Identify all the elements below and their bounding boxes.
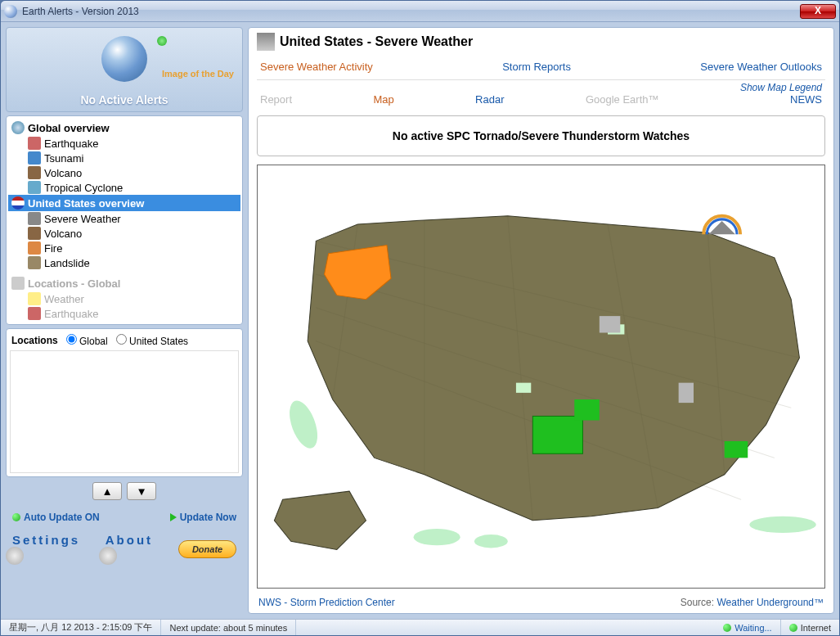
tab-severe-activity[interactable]: Severe Weather Activity (260, 61, 373, 73)
globe-icon (11, 121, 25, 134)
play-icon (170, 513, 177, 521)
titlebar[interactable]: Earth Alerts - Version 2013 X (1, 1, 839, 22)
sidebar: Image of the Day No Active Alerts Global… (6, 27, 243, 614)
location-icon (11, 277, 25, 290)
gear-icon (6, 547, 24, 565)
info-icon (99, 547, 117, 565)
nav-label: Locations - Global (28, 277, 120, 290)
svg-rect-1 (532, 416, 582, 453)
status-waiting: Waiting... (715, 620, 780, 635)
nav-us-volcano[interactable]: Volcano (8, 226, 240, 241)
source-label: Source: (681, 597, 717, 608)
nav-tropical-cyclone[interactable]: Tropical Cyclone (8, 180, 240, 195)
sidebar-footer: Auto Update ON Update Now Settings About… (6, 505, 243, 575)
nav-label: Global overview (28, 122, 110, 134)
fire-icon (28, 241, 41, 255)
nav-volcano[interactable]: Volcano (8, 165, 240, 180)
nav-us-overview[interactable]: United States overview (8, 195, 240, 211)
svg-point-11 (749, 516, 816, 533)
status-datetime: 星期一, 八月 12 2013 - 2:15:09 下午 (1, 620, 161, 635)
nav-fire[interactable]: Fire (8, 241, 240, 255)
tab-radar[interactable]: Radar (475, 93, 504, 106)
status-dot-icon (723, 624, 731, 632)
show-map-legend-link[interactable]: Show Map Legend (740, 82, 822, 93)
main-panel: United States - Severe Weather Severe We… (248, 27, 834, 614)
nav-earthquake[interactable]: Earthquake (8, 136, 240, 151)
nav-buttons: ▲ ▼ (6, 480, 243, 502)
volcano-icon (28, 166, 41, 179)
content-area: Image of the Day No Active Alerts Global… (1, 22, 839, 619)
status-dot-icon (789, 624, 797, 632)
page-title: United States - Severe Weather (280, 34, 473, 49)
window-title: Earth Alerts - Version 2013 (22, 6, 800, 17)
nav-landslide[interactable]: Landslide (8, 255, 240, 270)
nav-loc-earthquake[interactable]: Earthquake (8, 306, 240, 321)
svg-rect-3 (725, 441, 748, 458)
tab-storm-reports[interactable]: Storm Reports (502, 61, 571, 73)
tab-outlooks[interactable]: Severe Weather Outlooks (700, 61, 822, 73)
locations-panel: Locations Global United States (6, 328, 243, 477)
up-button[interactable]: ▲ (92, 482, 122, 500)
nws-spc-link[interactable]: NWS - Storm Prediction Center (258, 597, 395, 608)
tab-map[interactable]: Map (373, 93, 393, 106)
image-of-day-link[interactable]: Image of the Day (162, 69, 234, 79)
earthquake-icon (28, 307, 41, 320)
statusbar: 星期一, 八月 12 2013 - 2:15:09 下午 Next update… (1, 619, 839, 635)
radio-global[interactable]: Global (66, 334, 108, 347)
severe-weather-icon (28, 212, 41, 225)
locations-header: Locations Global United States (10, 332, 239, 350)
app-icon (4, 5, 17, 18)
earthquake-icon (28, 137, 41, 150)
tab-report: Report (260, 93, 292, 106)
nav-tsunami[interactable]: Tsunami (8, 151, 240, 165)
locations-label: Locations (11, 335, 58, 346)
radio-us[interactable]: United States (116, 334, 188, 347)
map-svg (258, 165, 824, 588)
title-thumb-icon (257, 33, 275, 51)
update-now-button[interactable]: Update Now (170, 512, 236, 523)
auto-update-toggle[interactable]: Auto Update ON (12, 512, 100, 523)
settings-link[interactable]: Settings (12, 533, 91, 565)
tsunami-icon (28, 151, 41, 165)
us-map[interactable] (257, 165, 825, 589)
globe-icon[interactable] (101, 36, 147, 82)
main-footer: NWS - Storm Prediction Center Source: We… (257, 592, 825, 608)
secondary-tabs: Report Map Radar Google Earth™ Show Map … (257, 79, 825, 109)
primary-tabs: Severe Weather Activity Storm Reports Se… (257, 54, 825, 76)
tab-google-earth: Google Earth™ (586, 93, 659, 106)
weather-icon (28, 292, 41, 305)
svg-rect-5 (516, 383, 531, 393)
nav-loc-weather[interactable]: Weather (8, 291, 240, 306)
volcano-icon (28, 227, 41, 240)
sidebar-header: Image of the Day No Active Alerts (6, 27, 243, 112)
us-flag-icon (11, 196, 25, 210)
close-button[interactable]: X (800, 4, 836, 19)
locations-list[interactable] (10, 350, 239, 473)
watch-status: No active SPC Tornado/Severe Thunderstor… (257, 115, 825, 156)
status-internet: Internet (781, 620, 839, 635)
status-dot-icon (12, 513, 20, 521)
source-link[interactable]: Weather Underground™ (716, 597, 824, 608)
svg-point-9 (474, 535, 508, 548)
about-link[interactable]: About (106, 533, 164, 565)
nav-global-overview[interactable]: Global overview (8, 120, 240, 136)
down-button[interactable]: ▼ (127, 482, 156, 500)
nav-locations-global[interactable]: Locations - Global (8, 275, 240, 291)
main-title-row: United States - Severe Weather (257, 33, 825, 51)
news-link[interactable]: NEWS (790, 93, 822, 106)
nav-severe-weather[interactable]: Severe Weather (8, 211, 240, 226)
app-window: Earth Alerts - Version 2013 X Image of t… (0, 0, 840, 636)
nav-label: United States overview (28, 197, 144, 210)
landslide-icon (28, 256, 41, 269)
svg-rect-6 (600, 316, 620, 332)
status-next-update: Next update: about 5 minutes (161, 620, 296, 635)
no-alerts-label: No Active Alerts (11, 93, 237, 106)
svg-rect-7 (679, 383, 694, 403)
donate-button[interactable]: Donate (178, 540, 236, 558)
cyclone-icon (28, 181, 41, 194)
svg-rect-2 (574, 399, 600, 420)
nav-tree: Global overview Earthquake Tsunami Volca… (6, 115, 243, 325)
svg-point-8 (414, 529, 460, 545)
